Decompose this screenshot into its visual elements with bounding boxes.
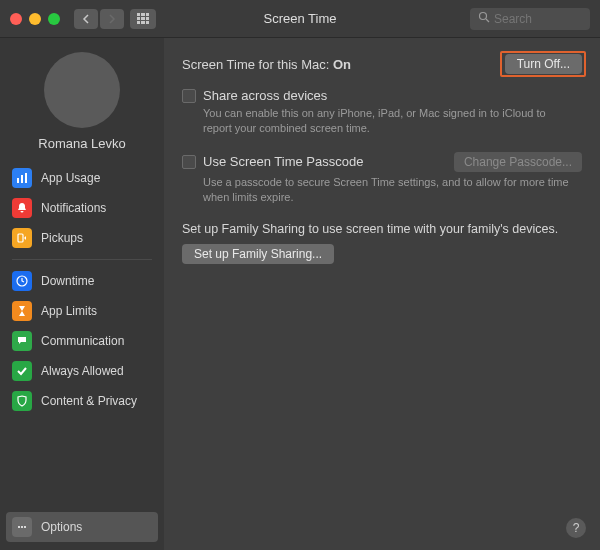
svg-rect-2 <box>17 178 19 183</box>
share-devices-label: Share across devices <box>203 88 327 103</box>
screentime-status: Screen Time for this Mac: On <box>182 57 351 72</box>
preferences-window: Screen Time Romana Levko App Usage Notif… <box>0 0 600 550</box>
svg-rect-4 <box>25 173 27 183</box>
content-pane: Screen Time for this Mac: On Turn Off...… <box>164 38 600 550</box>
family-sharing-text: Set up Family Sharing to use screen time… <box>182 222 582 236</box>
turn-off-button[interactable]: Turn Off... <box>505 54 582 74</box>
titlebar: Screen Time <box>0 0 600 38</box>
sidebar-item-communication[interactable]: Communication <box>0 326 164 356</box>
shield-icon <box>12 391 32 411</box>
pickup-icon <box>12 228 32 248</box>
sidebar-item-notifications[interactable]: Notifications <box>0 193 164 223</box>
sidebar: Romana Levko App Usage Notifications Pic… <box>0 38 164 550</box>
search-input[interactable] <box>494 12 584 26</box>
check-icon <box>12 361 32 381</box>
passcode-desc: Use a passcode to secure Screen Time set… <box>203 175 573 205</box>
chevron-left-icon <box>82 14 90 24</box>
forward-button <box>100 9 124 29</box>
help-button[interactable]: ? <box>566 518 586 538</box>
bell-icon <box>12 198 32 218</box>
share-devices-checkbox[interactable] <box>182 89 196 103</box>
window-title: Screen Time <box>264 11 337 26</box>
status-prefix: Screen Time for this Mac: <box>182 57 333 72</box>
close-icon[interactable] <box>10 13 22 25</box>
minimize-icon[interactable] <box>29 13 41 25</box>
window-body: Romana Levko App Usage Notifications Pic… <box>0 38 600 550</box>
sidebar-item-content-privacy[interactable]: Content & Privacy <box>0 386 164 416</box>
sidebar-item-pickups[interactable]: Pickups <box>0 223 164 253</box>
sidebar-item-label: Downtime <box>41 274 94 288</box>
svg-line-1 <box>486 19 489 22</box>
avatar <box>44 52 120 128</box>
zoom-icon[interactable] <box>48 13 60 25</box>
svg-point-8 <box>21 526 23 528</box>
ellipsis-icon <box>12 517 32 537</box>
svg-point-0 <box>480 13 487 20</box>
passcode-checkbox[interactable] <box>182 155 196 169</box>
sidebar-item-label: Always Allowed <box>41 364 124 378</box>
show-all-button[interactable] <box>130 9 156 29</box>
status-value: On <box>333 57 351 72</box>
sidebar-item-always-allowed[interactable]: Always Allowed <box>0 356 164 386</box>
share-devices-desc: You can enable this on any iPhone, iPad,… <box>203 106 573 136</box>
bars-icon <box>12 168 32 188</box>
chat-icon <box>12 331 32 351</box>
family-sharing-button[interactable]: Set up Family Sharing... <box>182 244 334 264</box>
chevron-right-icon <box>108 14 116 24</box>
username-label: Romana Levko <box>0 136 164 151</box>
back-button[interactable] <box>74 9 98 29</box>
grid-icon <box>137 13 149 25</box>
sidebar-item-label: Pickups <box>41 231 83 245</box>
nav-buttons <box>74 9 124 29</box>
sidebar-item-label: App Limits <box>41 304 97 318</box>
sidebar-item-app-limits[interactable]: App Limits <box>0 296 164 326</box>
svg-rect-5 <box>18 234 23 242</box>
hourglass-icon <box>12 301 32 321</box>
sidebar-item-options[interactable]: Options <box>6 512 158 542</box>
clock-icon <box>12 271 32 291</box>
window-controls <box>10 13 60 25</box>
search-field[interactable] <box>470 8 590 30</box>
sidebar-item-label: Content & Privacy <box>41 394 137 408</box>
sidebar-item-label: Notifications <box>41 201 106 215</box>
sidebar-item-label: App Usage <box>41 171 100 185</box>
change-passcode-button: Change Passcode... <box>454 152 582 172</box>
sidebar-item-label: Communication <box>41 334 124 348</box>
passcode-label: Use Screen Time Passcode <box>203 154 363 169</box>
search-icon <box>478 11 490 26</box>
svg-rect-3 <box>21 175 23 183</box>
sidebar-item-label: Options <box>41 520 82 534</box>
sidebar-item-downtime[interactable]: Downtime <box>0 266 164 296</box>
sidebar-item-app-usage[interactable]: App Usage <box>0 163 164 193</box>
svg-point-9 <box>24 526 26 528</box>
svg-point-7 <box>18 526 20 528</box>
sidebar-divider <box>12 259 152 260</box>
